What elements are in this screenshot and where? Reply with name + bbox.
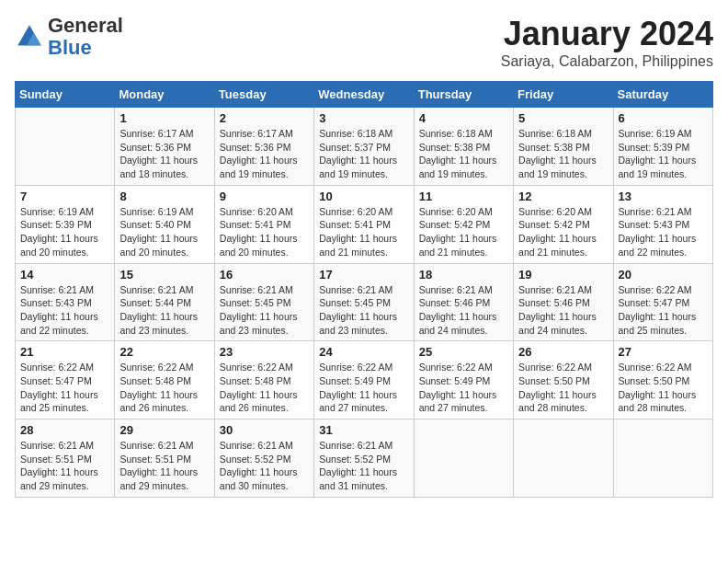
month-title: January 2024 <box>501 15 713 53</box>
calendar-cell: 1Sunrise: 6:17 AM Sunset: 5:36 PM Daylig… <box>115 108 214 186</box>
day-number: 27 <box>619 345 708 359</box>
day-info: Sunrise: 6:18 AM Sunset: 5:38 PM Dayligh… <box>419 127 508 181</box>
calendar-cell: 20Sunrise: 6:22 AM Sunset: 5:47 PM Dayli… <box>613 263 712 341</box>
day-number: 17 <box>319 268 408 282</box>
day-info: Sunrise: 6:22 AM Sunset: 5:48 PM Dayligh… <box>119 361 209 415</box>
day-info: Sunrise: 6:19 AM Sunset: 5:40 PM Dayligh… <box>119 205 209 259</box>
day-info: Sunrise: 6:22 AM Sunset: 5:47 PM Dayligh… <box>619 283 708 338</box>
day-info: Sunrise: 6:20 AM Sunset: 5:41 PM Dayligh… <box>319 205 408 259</box>
calendar-cell: 24Sunrise: 6:22 AM Sunset: 5:49 PM Dayli… <box>314 341 414 419</box>
day-info: Sunrise: 6:19 AM Sunset: 5:39 PM Dayligh… <box>20 205 109 259</box>
day-number: 24 <box>319 345 408 359</box>
calendar-cell <box>414 419 513 498</box>
calendar-cell: 22Sunrise: 6:22 AM Sunset: 5:48 PM Dayli… <box>115 341 214 419</box>
day-info: Sunrise: 6:22 AM Sunset: 5:50 PM Dayligh… <box>619 361 708 415</box>
header-monday: Monday <box>115 82 214 108</box>
header-wednesday: Wednesday <box>314 82 414 108</box>
page-header: General Blue January 2024 Sariaya, Calab… <box>15 15 713 70</box>
calendar-cell: 27Sunrise: 6:22 AM Sunset: 5:50 PM Dayli… <box>613 341 712 419</box>
day-info: Sunrise: 6:22 AM Sunset: 5:49 PM Dayligh… <box>319 361 408 415</box>
day-number: 5 <box>518 111 608 125</box>
calendar-cell: 7Sunrise: 6:19 AM Sunset: 5:39 PM Daylig… <box>16 185 115 263</box>
day-number: 22 <box>119 345 209 359</box>
calendar-cell: 2Sunrise: 6:17 AM Sunset: 5:36 PM Daylig… <box>214 108 313 186</box>
day-info: Sunrise: 6:17 AM Sunset: 5:36 PM Dayligh… <box>220 127 309 181</box>
day-number: 23 <box>220 345 309 359</box>
calendar-cell: 15Sunrise: 6:21 AM Sunset: 5:44 PM Dayli… <box>115 263 214 341</box>
header-saturday: Saturday <box>613 82 712 108</box>
day-number: 6 <box>619 111 708 125</box>
calendar-cell: 4Sunrise: 6:18 AM Sunset: 5:38 PM Daylig… <box>414 108 513 186</box>
day-info: Sunrise: 6:22 AM Sunset: 5:49 PM Dayligh… <box>419 361 508 415</box>
calendar-cell: 8Sunrise: 6:19 AM Sunset: 5:40 PM Daylig… <box>115 185 214 263</box>
title-block: January 2024 Sariaya, Calabarzon, Philip… <box>501 15 713 70</box>
day-number: 30 <box>220 423 309 437</box>
calendar-cell <box>613 419 712 498</box>
day-number: 8 <box>119 190 209 203</box>
calendar-cell: 28Sunrise: 6:21 AM Sunset: 5:51 PM Dayli… <box>16 419 115 498</box>
day-info: Sunrise: 6:18 AM Sunset: 5:37 PM Dayligh… <box>319 127 408 181</box>
calendar-cell <box>16 108 115 186</box>
day-number: 20 <box>619 268 708 282</box>
calendar-cell: 25Sunrise: 6:22 AM Sunset: 5:49 PM Dayli… <box>414 341 513 419</box>
day-number: 11 <box>419 190 508 203</box>
calendar-cell: 9Sunrise: 6:20 AM Sunset: 5:41 PM Daylig… <box>214 185 313 263</box>
calendar-body: 1Sunrise: 6:17 AM Sunset: 5:36 PM Daylig… <box>16 108 713 498</box>
day-number: 3 <box>319 111 408 125</box>
logo-general: General <box>48 14 123 37</box>
calendar-cell: 12Sunrise: 6:20 AM Sunset: 5:42 PM Dayli… <box>514 185 613 263</box>
day-number: 1 <box>119 111 209 125</box>
day-number: 7 <box>20 190 109 203</box>
day-info: Sunrise: 6:18 AM Sunset: 5:38 PM Dayligh… <box>518 127 608 181</box>
calendar-cell: 10Sunrise: 6:20 AM Sunset: 5:41 PM Dayli… <box>314 185 414 263</box>
day-number: 15 <box>119 268 209 282</box>
day-info: Sunrise: 6:22 AM Sunset: 5:50 PM Dayligh… <box>518 361 608 415</box>
day-number: 16 <box>220 268 309 282</box>
day-number: 14 <box>20 268 109 282</box>
day-info: Sunrise: 6:21 AM Sunset: 5:51 PM Dayligh… <box>119 439 209 493</box>
calendar-cell: 6Sunrise: 6:19 AM Sunset: 5:39 PM Daylig… <box>613 108 712 186</box>
header-friday: Friday <box>514 82 613 108</box>
calendar-cell: 29Sunrise: 6:21 AM Sunset: 5:51 PM Dayli… <box>115 419 214 498</box>
calendar-cell: 21Sunrise: 6:22 AM Sunset: 5:47 PM Dayli… <box>16 341 115 419</box>
day-number: 31 <box>319 423 408 437</box>
day-number: 29 <box>119 423 209 437</box>
day-info: Sunrise: 6:21 AM Sunset: 5:52 PM Dayligh… <box>319 439 408 493</box>
day-info: Sunrise: 6:21 AM Sunset: 5:45 PM Dayligh… <box>319 283 408 338</box>
week-row-1: 1Sunrise: 6:17 AM Sunset: 5:36 PM Daylig… <box>16 108 713 186</box>
calendar-cell: 26Sunrise: 6:22 AM Sunset: 5:50 PM Dayli… <box>514 341 613 419</box>
day-info: Sunrise: 6:21 AM Sunset: 5:45 PM Dayligh… <box>220 283 309 338</box>
day-info: Sunrise: 6:20 AM Sunset: 5:42 PM Dayligh… <box>419 205 508 259</box>
week-row-3: 14Sunrise: 6:21 AM Sunset: 5:43 PM Dayli… <box>16 263 713 341</box>
calendar-cell: 18Sunrise: 6:21 AM Sunset: 5:46 PM Dayli… <box>414 263 513 341</box>
day-number: 10 <box>319 190 408 203</box>
day-info: Sunrise: 6:22 AM Sunset: 5:48 PM Dayligh… <box>220 361 309 415</box>
day-info: Sunrise: 6:21 AM Sunset: 5:46 PM Dayligh… <box>518 283 608 338</box>
calendar-cell <box>514 419 613 498</box>
calendar-table: SundayMondayTuesdayWednesdayThursdayFrid… <box>15 81 713 498</box>
day-number: 28 <box>20 423 109 437</box>
day-number: 19 <box>518 268 608 282</box>
header-tuesday: Tuesday <box>214 82 313 108</box>
day-info: Sunrise: 6:21 AM Sunset: 5:43 PM Dayligh… <box>20 283 109 338</box>
calendar-cell: 23Sunrise: 6:22 AM Sunset: 5:48 PM Dayli… <box>214 341 313 419</box>
day-number: 26 <box>518 345 608 359</box>
header-thursday: Thursday <box>414 82 513 108</box>
day-number: 4 <box>419 111 508 125</box>
calendar-cell: 17Sunrise: 6:21 AM Sunset: 5:45 PM Dayli… <box>314 263 414 341</box>
day-info: Sunrise: 6:17 AM Sunset: 5:36 PM Dayligh… <box>119 127 209 181</box>
calendar-cell: 13Sunrise: 6:21 AM Sunset: 5:43 PM Dayli… <box>613 185 712 263</box>
day-number: 12 <box>518 190 608 203</box>
day-info: Sunrise: 6:21 AM Sunset: 5:46 PM Dayligh… <box>419 283 508 338</box>
location-subtitle: Sariaya, Calabarzon, Philippines <box>501 53 713 70</box>
calendar-cell: 31Sunrise: 6:21 AM Sunset: 5:52 PM Dayli… <box>314 419 414 498</box>
logo-text: General Blue <box>48 15 123 59</box>
calendar-cell: 16Sunrise: 6:21 AM Sunset: 5:45 PM Dayli… <box>214 263 313 341</box>
header-sunday: Sunday <box>16 82 115 108</box>
day-info: Sunrise: 6:21 AM Sunset: 5:43 PM Dayligh… <box>619 205 708 259</box>
day-number: 25 <box>419 345 508 359</box>
day-number: 9 <box>220 190 309 203</box>
week-row-5: 28Sunrise: 6:21 AM Sunset: 5:51 PM Dayli… <box>16 419 713 498</box>
calendar-header: SundayMondayTuesdayWednesdayThursdayFrid… <box>16 82 713 108</box>
logo-blue: Blue <box>48 36 92 59</box>
